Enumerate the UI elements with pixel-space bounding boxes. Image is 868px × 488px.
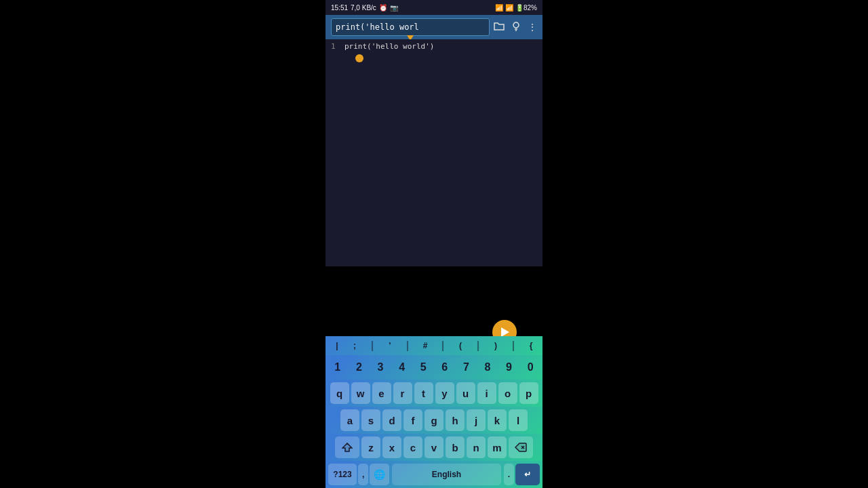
key-o[interactable]: o (498, 382, 517, 404)
letter-row-1: q w e r t y u i o p (326, 380, 542, 407)
bottom-action-row: ?123 , 🌐 English . ↵ (326, 461, 542, 488)
folder-icon[interactable] (494, 22, 505, 33)
pipe-key-1[interactable]: | (328, 340, 346, 352)
key-b[interactable]: b (446, 436, 465, 458)
battery-icon: 🔋82% (515, 4, 537, 12)
key-y[interactable]: y (435, 382, 454, 404)
status-bar: 15:51 7,0 KB/с ⏰ 📷 📶 📶 🔋82% (326, 0, 542, 15)
key-d[interactable]: d (382, 409, 401, 431)
hash-key[interactable]: # (416, 340, 434, 352)
comma-label: , (362, 470, 364, 479)
signal-icon: 📶 (495, 4, 503, 12)
more-icon[interactable]: ⋮ (528, 22, 537, 33)
key-2[interactable]: 2 (349, 361, 369, 373)
editor-input-area[interactable]: print('hello worl (331, 18, 490, 36)
key-w[interactable]: w (351, 382, 370, 404)
key-u[interactable]: u (456, 382, 475, 404)
key-k[interactable]: k (488, 409, 507, 431)
key-a[interactable]: a (340, 409, 359, 431)
language-label: English (432, 470, 461, 479)
language-key[interactable]: English (392, 464, 500, 485)
shift-key[interactable] (335, 436, 359, 458)
apostrophe-key[interactable]: ' (381, 340, 399, 352)
bulb-icon[interactable] (511, 21, 521, 34)
status-right: 📶 📶 🔋82% (495, 4, 537, 12)
number-row: 1 2 3 4 5 6 7 8 9 0 (326, 355, 542, 380)
key-i[interactable]: i (477, 382, 496, 404)
svg-point-0 (513, 22, 519, 28)
key-m[interactable]: m (488, 436, 507, 458)
code-content-1: print('hello world') (344, 42, 434, 51)
time: 15:51 (331, 4, 348, 12)
key-9[interactable]: 9 (499, 361, 519, 373)
letter-row-2: a s d f g h j k l (326, 407, 542, 434)
key-f[interactable]: f (403, 409, 422, 431)
key-7[interactable]: 7 (456, 361, 476, 373)
clock-icon: ⏰ (379, 4, 387, 12)
period-label: . (508, 470, 510, 479)
key-z[interactable]: z (361, 436, 380, 458)
key-j[interactable]: j (467, 409, 486, 431)
globe-icon: 🌐 (374, 469, 385, 480)
key-s[interactable]: s (361, 409, 380, 431)
key-h[interactable]: h (446, 409, 465, 431)
letter-row-3: z x c v b n m (326, 434, 542, 461)
cursor-dot (355, 54, 363, 62)
num-toggle-label: ?123 (333, 470, 351, 479)
enter-key[interactable]: ↵ (515, 464, 540, 485)
key-g[interactable]: g (425, 409, 443, 431)
key-l[interactable]: l (509, 409, 528, 431)
key-p[interactable]: p (519, 382, 538, 404)
editor-input-text: print('hello worl (336, 22, 419, 32)
key-n[interactable]: n (467, 436, 486, 458)
video-icon: 📷 (390, 4, 398, 12)
special-keys-row: | ; | ' | # | ( | ) | { (326, 336, 542, 355)
status-left: 15:51 7,0 KB/с ⏰ 📷 (331, 4, 398, 12)
key-r[interactable]: r (393, 382, 412, 404)
num-toggle-key[interactable]: ?123 (328, 464, 357, 485)
key-5[interactable]: 5 (413, 361, 433, 373)
key-0[interactable]: 0 (520, 361, 540, 373)
key-v[interactable]: v (425, 436, 443, 458)
key-q[interactable]: q (330, 382, 349, 404)
play-icon (501, 327, 509, 337)
comma-key[interactable]: , (358, 464, 368, 485)
close-paren-key[interactable]: ) (487, 340, 505, 352)
line-number-1: 1 (331, 42, 339, 51)
key-x[interactable]: x (382, 436, 401, 458)
key-3[interactable]: 3 (370, 361, 391, 373)
code-line-1: 1 print('hello world') (331, 42, 537, 51)
keyboard: | ; | ' | # | ( | ) | { 1 2 3 4 5 6 7 8 … (326, 336, 542, 488)
key-6[interactable]: 6 (435, 361, 455, 373)
open-brace-key[interactable]: { (522, 340, 540, 352)
key-1[interactable]: 1 (328, 361, 348, 373)
period-key[interactable]: . (504, 464, 514, 485)
key-4[interactable]: 4 (392, 361, 412, 373)
key-e[interactable]: e (372, 382, 391, 404)
wifi-icon: 📶 (505, 4, 513, 12)
globe-key[interactable]: 🌐 (370, 464, 389, 485)
key-t[interactable]: t (414, 382, 433, 404)
editor-toolbar: print('hello worl ⋮ (326, 15, 542, 39)
code-area[interactable]: 1 print('hello world') (326, 39, 542, 266)
backspace-key[interactable] (509, 436, 533, 458)
toolbar-icons: ⋮ (494, 21, 537, 34)
network-info: 7,0 KB/с (351, 4, 376, 12)
enter-icon: ↵ (524, 470, 531, 479)
open-paren-key[interactable]: ( (452, 340, 469, 352)
key-8[interactable]: 8 (477, 361, 498, 373)
semicolon-key[interactable]: ; (346, 340, 363, 352)
key-c[interactable]: c (403, 436, 422, 458)
